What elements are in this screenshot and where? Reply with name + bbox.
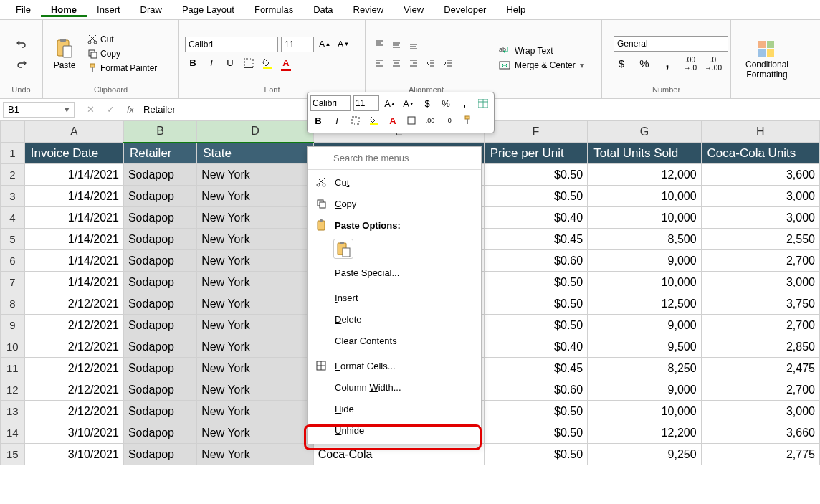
cell-A9[interactable]: 2/12/2021 (24, 315, 123, 336)
cell-A13[interactable]: 2/12/2021 (24, 401, 123, 422)
cell-G7[interactable]: 10,000 (588, 272, 701, 293)
mini-font-select[interactable] (310, 95, 351, 111)
ctx-clear-contents[interactable]: Clear Contents (308, 330, 481, 351)
increase-decimal-button[interactable]: .00→.0 (682, 56, 698, 72)
cell-H9[interactable]: 2,700 (701, 315, 819, 336)
cell-B8[interactable]: Sodapop (123, 293, 196, 315)
cell-B6[interactable]: Sodapop (123, 250, 196, 272)
cell-G14[interactable]: 12,200 (588, 422, 701, 444)
ctx-cut[interactable]: Cut (308, 171, 481, 193)
border-button[interactable] (241, 55, 257, 71)
cell-F3[interactable]: $0.50 (484, 186, 587, 207)
cell-D8[interactable]: New York (197, 293, 314, 315)
cell-A10[interactable]: 2/12/2021 (24, 336, 123, 358)
context-menu-search[interactable] (333, 153, 454, 163)
mini-format-painter-button[interactable] (459, 113, 475, 128)
row-header-12[interactable]: 12 (1, 379, 25, 401)
cell-B10[interactable]: Sodapop (123, 336, 196, 358)
font-size-select[interactable] (281, 37, 314, 52)
cell-B11[interactable]: Sodapop (123, 358, 196, 379)
cell-B15[interactable]: Sodapop (123, 444, 196, 465)
row-header-5[interactable]: 5 (1, 229, 25, 250)
cell-A14[interactable]: 3/10/2021 (24, 422, 123, 444)
cut-button[interactable]: Cut (86, 33, 158, 46)
cell-B7[interactable]: Sodapop (123, 272, 196, 293)
cell-H11[interactable]: 2,475 (701, 358, 819, 379)
increase-indent-button[interactable] (440, 55, 456, 71)
redo-button[interactable] (14, 56, 29, 72)
name-box[interactable]: B1 ▾ (3, 102, 75, 118)
row-header-11[interactable]: 11 (1, 358, 25, 379)
cell-B12[interactable]: Sodapop (123, 379, 196, 401)
cell-D13[interactable]: New York (197, 401, 314, 422)
col-header-G[interactable]: G (588, 121, 701, 143)
col-header-D[interactable]: D (197, 121, 314, 143)
cell-F9[interactable]: $0.50 (484, 315, 587, 336)
cell-D10[interactable]: New York (197, 336, 314, 358)
cell-H2[interactable]: 3,600 (701, 164, 819, 186)
ctx-format-cells[interactable]: Format Cells... (308, 355, 481, 376)
cell-A12[interactable]: 2/12/2021 (24, 379, 123, 401)
row-header-15[interactable]: 15 (1, 444, 25, 465)
cell-B9[interactable]: Sodapop (123, 315, 196, 336)
cell-D14[interactable]: New York (197, 422, 314, 444)
number-format-select[interactable] (614, 36, 728, 52)
wrap-text-button[interactable]: ab Wrap Text (499, 46, 584, 56)
cell-A5[interactable]: 1/14/2021 (24, 229, 123, 250)
header-cell-A[interactable]: Invoice Date (24, 143, 123, 164)
menu-draw[interactable]: Draw (130, 3, 172, 16)
cell-G15[interactable]: 9,250 (588, 444, 701, 465)
cell-F10[interactable]: $0.40 (484, 336, 587, 358)
row-header-14[interactable]: 14 (1, 422, 25, 444)
cell-D4[interactable]: New York (197, 207, 314, 229)
mini-percent-button[interactable]: % (438, 95, 454, 111)
cell-G10[interactable]: 9,500 (588, 336, 701, 358)
mini-border-2-button[interactable] (404, 113, 419, 128)
undo-button[interactable] (14, 36, 29, 52)
ctx-unhide[interactable]: Unhide (308, 419, 481, 441)
col-header-H[interactable]: H (701, 121, 819, 143)
mini-bold-button[interactable]: B (310, 113, 326, 128)
menu-page-layout[interactable]: Page Layout (172, 3, 244, 16)
decrease-decimal-button[interactable]: .0→.00 (705, 56, 721, 72)
cell-F4[interactable]: $0.40 (484, 207, 587, 229)
row-header-8[interactable]: 8 (1, 293, 25, 315)
cell-H13[interactable]: 3,000 (701, 401, 819, 422)
font-color-button[interactable]: A (278, 55, 294, 71)
format-painter-button[interactable]: Format Painter (86, 62, 158, 75)
fill-color-button[interactable] (259, 55, 275, 71)
cell-A3[interactable]: 1/14/2021 (24, 186, 123, 207)
row-header-6[interactable]: 6 (1, 250, 25, 272)
row-header-4[interactable]: 4 (1, 207, 25, 229)
cell-G11[interactable]: 8,250 (588, 358, 701, 379)
cell-F13[interactable]: $0.50 (484, 401, 587, 422)
cell-D5[interactable]: New York (197, 229, 314, 250)
row-header-9[interactable]: 9 (1, 315, 25, 336)
cell-A11[interactable]: 2/12/2021 (24, 358, 123, 379)
cell-D9[interactable]: New York (197, 315, 314, 336)
cell-H15[interactable]: 2,775 (701, 444, 819, 465)
cell-B5[interactable]: Sodapop (123, 229, 196, 250)
menu-view[interactable]: View (394, 3, 434, 16)
cell-G4[interactable]: 10,000 (588, 207, 701, 229)
mini-table-button[interactable] (475, 95, 491, 111)
mini-font-color-button[interactable]: A (385, 113, 401, 128)
align-top-button[interactable] (371, 37, 387, 52)
menu-data[interactable]: Data (303, 3, 343, 16)
mini-accounting-button[interactable]: $ (419, 95, 435, 111)
mini-italic-button[interactable]: I (329, 113, 345, 128)
cell-B4[interactable]: Sodapop (123, 207, 196, 229)
mini-increase-font-button[interactable]: A▲ (382, 95, 398, 111)
cell-F8[interactable]: $0.50 (484, 293, 587, 315)
percent-format-button[interactable]: % (637, 56, 652, 72)
row-header-1[interactable]: 1 (1, 143, 25, 164)
align-right-button[interactable] (406, 55, 421, 71)
cell-G3[interactable]: 10,000 (588, 186, 701, 207)
copy-button[interactable]: Copy (86, 47, 158, 60)
align-bottom-button[interactable] (406, 37, 421, 52)
menu-insert[interactable]: Insert (87, 3, 130, 16)
accounting-format-button[interactable]: $ (614, 56, 629, 72)
cell-F15[interactable]: $0.50 (484, 444, 587, 465)
cell-H6[interactable]: 2,700 (701, 250, 819, 272)
align-center-button[interactable] (388, 55, 404, 71)
